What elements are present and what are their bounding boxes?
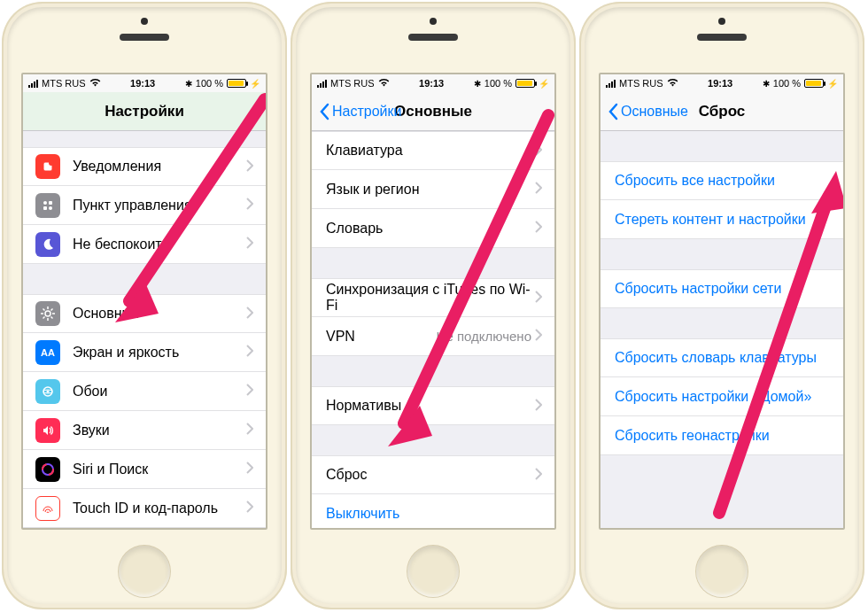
chevron-right-icon	[246, 421, 253, 439]
carrier-label: MTS RUS	[619, 78, 663, 89]
cell-label: Пункт управления	[73, 198, 246, 213]
reset-item-home[interactable]: Сбросить настройки «Домой»	[601, 377, 843, 416]
cell-label: Экран и яркость	[73, 345, 246, 361]
settings-item-sounds[interactable]: Звуки	[23, 411, 266, 450]
camera-icon	[718, 18, 725, 25]
settings-item-notifications[interactable]: Уведомления	[23, 147, 266, 186]
back-label: Настройки	[332, 104, 401, 120]
siri-icon	[35, 457, 60, 482]
nav-header: Настройки	[23, 92, 266, 131]
status-time: 19:13	[708, 78, 732, 89]
notifications-icon	[35, 154, 60, 179]
wifi-icon	[89, 78, 101, 89]
signal-icon	[317, 80, 327, 88]
battery-icon	[515, 79, 535, 88]
cell-label: Сбросить настройки сети	[615, 281, 831, 297]
svg-line-11	[43, 309, 45, 311]
reset-list: Сбросить все настройки Стереть контент и…	[601, 131, 843, 528]
cell-label: Siri и Поиск	[73, 462, 246, 477]
chevron-right-icon	[246, 196, 253, 214]
page-title: Настройки	[23, 103, 266, 120]
chevron-right-icon	[535, 180, 542, 198]
camera-icon	[430, 18, 437, 25]
svg-point-6	[45, 311, 50, 316]
general-item-itunes-wifi[interactable]: Синхронизация с iTunes по Wi-Fi	[312, 278, 554, 317]
svg-line-14	[51, 309, 53, 311]
settings-item-controlcenter[interactable]: Пункт управления	[23, 186, 266, 225]
dnd-icon	[35, 232, 60, 257]
controlcenter-icon	[35, 193, 60, 218]
reset-item-keyboard-dict[interactable]: Сбросить словарь клавиатуры	[601, 338, 843, 377]
charging-icon: ⚡	[250, 79, 260, 89]
display-icon: AA	[35, 340, 60, 365]
home-button[interactable]	[696, 546, 748, 597]
cell-label: Стереть контент и настройки	[615, 212, 831, 228]
cell-label: Сброс	[326, 467, 535, 483]
status-bar: MTS RUS 19:13 ✱ 100 % ⚡	[23, 74, 266, 92]
home-button[interactable]	[119, 546, 170, 597]
reset-item-erase-all[interactable]: Стереть контент и настройки	[601, 200, 843, 239]
speaker-icon	[408, 34, 458, 41]
phone-reset: MTS RUS 19:13 ✱ 100 % ⚡ Основные Сброс	[579, 2, 864, 609]
camera-icon	[141, 18, 148, 25]
cell-label: Выключить	[326, 506, 542, 522]
cell-label: Клавиатура	[326, 143, 535, 159]
bluetooth-icon: ✱	[474, 79, 481, 89]
general-item-shutdown[interactable]: Выключить	[312, 494, 554, 528]
status-time: 19:13	[419, 78, 444, 89]
screen-general: MTS RUS 19:13 ✱ 100 % ⚡ Настройки Основн…	[310, 73, 556, 530]
svg-point-2	[43, 201, 47, 205]
bluetooth-icon: ✱	[185, 79, 192, 89]
back-button[interactable]: Настройки	[319, 103, 401, 120]
cell-label: Сбросить все настройки	[615, 173, 831, 189]
battery-pct: 100 %	[196, 78, 223, 89]
general-item-regulatory[interactable]: Нормативы	[312, 386, 554, 425]
settings-item-general[interactable]: Основные	[23, 294, 266, 333]
phone-general: MTS RUS 19:13 ✱ 100 % ⚡ Настройки Основн…	[291, 2, 576, 609]
cell-label: Словарь	[326, 221, 535, 237]
screen-settings: MTS RUS 19:13 ✱ 100 % ⚡ Настройки	[21, 73, 267, 530]
cell-label: Звуки	[73, 423, 246, 438]
back-button[interactable]: Основные	[608, 103, 688, 120]
chevron-right-icon	[246, 235, 253, 253]
general-list: Клавиатура Язык и регион Словарь Синхрон…	[312, 131, 554, 528]
chevron-right-icon	[246, 460, 253, 478]
svg-point-16	[47, 390, 50, 392]
reset-item-location[interactable]: Сбросить геонастройки	[601, 416, 843, 455]
settings-item-display[interactable]: AA Экран и яркость	[23, 333, 266, 372]
signal-icon	[606, 80, 616, 88]
chevron-right-icon	[246, 158, 253, 176]
cell-label: Язык и регион	[326, 182, 535, 198]
wifi-icon	[378, 78, 390, 89]
nav-header: Настройки Основные	[312, 92, 554, 131]
wallpaper-icon	[35, 379, 60, 404]
speaker-icon	[120, 34, 169, 41]
cell-label: Уведомления	[73, 159, 246, 175]
svg-point-5	[49, 206, 52, 210]
general-item-dictionary[interactable]: Словарь	[312, 209, 554, 248]
reset-item-network[interactable]: Сбросить настройки сети	[601, 269, 843, 308]
settings-item-dnd[interactable]: Не беспокоить	[23, 225, 266, 264]
general-item-vpn[interactable]: VPN Не подключено	[312, 317, 554, 356]
chevron-right-icon	[535, 397, 542, 415]
chevron-right-icon	[246, 499, 253, 517]
general-item-keyboard[interactable]: Клавиатура	[312, 131, 554, 170]
chevron-right-icon	[535, 466, 542, 485]
home-button[interactable]	[407, 546, 459, 597]
cell-label: Touch ID и код-пароль	[73, 500, 246, 516]
status-bar: MTS RUS 19:13 ✱ 100 % ⚡	[601, 74, 843, 92]
reset-item-all-settings[interactable]: Сбросить все настройки	[601, 161, 843, 200]
general-item-language[interactable]: Язык и регион	[312, 170, 554, 209]
back-label: Основные	[621, 104, 688, 120]
settings-item-siri[interactable]: Siri и Поиск	[23, 450, 266, 489]
signal-icon	[28, 80, 38, 88]
chevron-right-icon	[535, 327, 542, 345]
wifi-icon	[667, 78, 678, 89]
general-item-reset[interactable]: Сброс	[312, 455, 554, 494]
settings-item-touchid[interactable]: Touch ID и код-пароль	[23, 489, 266, 528]
settings-item-wallpaper[interactable]: Обои	[23, 372, 266, 411]
svg-line-13	[43, 317, 45, 319]
cell-label: Основные	[73, 306, 246, 322]
status-time: 19:13	[130, 78, 155, 89]
phone-settings: MTS RUS 19:13 ✱ 100 % ⚡ Настройки	[2, 2, 287, 609]
